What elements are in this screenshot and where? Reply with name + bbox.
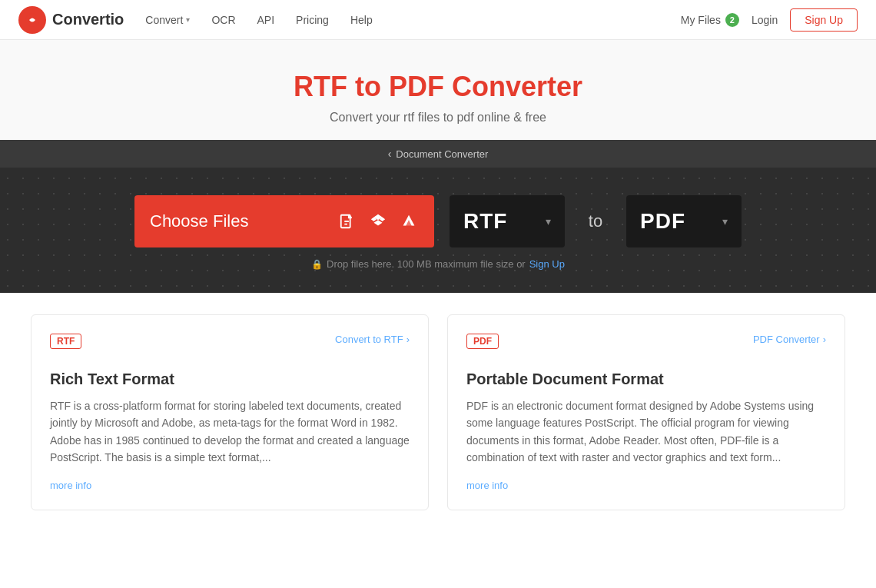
pdf-card-title: Portable Document Format <box>466 370 826 388</box>
hero-subtitle: Convert your rtf files to pdf online & f… <box>15 111 861 125</box>
nav-help[interactable]: Help <box>350 11 373 29</box>
pdf-card: PDF PDF Converter › Portable Document Fo… <box>447 314 845 510</box>
converter-body: Choose Files <box>0 168 876 293</box>
gdrive-icon <box>399 211 419 231</box>
cards-section: RTF Convert to RTF › Rich Text Format RT… <box>15 293 861 532</box>
login-button[interactable]: Login <box>752 14 778 26</box>
signup-button[interactable]: Sign Up <box>790 8 858 32</box>
to-format-label: PDF <box>640 209 685 234</box>
file-icon <box>337 211 357 231</box>
to-format-selector[interactable]: PDF ▾ <box>626 195 742 247</box>
my-files-button[interactable]: My Files 2 <box>681 13 739 27</box>
rtf-card: RTF Convert to RTF › Rich Text Format RT… <box>31 314 429 510</box>
logo-icon <box>18 6 46 34</box>
from-format-selector[interactable]: RTF ▾ <box>450 195 565 247</box>
pdf-converter-link[interactable]: PDF Converter › <box>753 334 826 345</box>
pdf-link-arrow-icon: › <box>823 334 826 345</box>
pdf-card-header: PDF PDF Converter › <box>466 334 826 360</box>
rtf-card-title: Rich Text Format <box>50 370 410 388</box>
logo[interactable]: Convertio <box>18 6 124 34</box>
rtf-more-info-link[interactable]: more info <box>50 480 91 491</box>
nav-pricing[interactable]: Pricing <box>296 11 329 29</box>
choose-files-icons <box>337 211 419 231</box>
nav-ocr[interactable]: OCR <box>211 11 235 29</box>
converter-panel: ‹ Document Converter Choose Files <box>0 140 876 293</box>
to-label: to <box>580 211 611 231</box>
from-format-label: RTF <box>463 209 507 234</box>
breadcrumb: Document Converter <box>396 148 488 160</box>
from-format-chevron-icon: ▾ <box>546 215 551 228</box>
breadcrumb-arrow-icon: ‹ <box>388 148 392 160</box>
choose-files-button[interactable]: Choose Files <box>134 195 434 247</box>
rtf-badge: RTF <box>50 334 81 349</box>
logo-text: Convertio <box>52 11 124 28</box>
rtf-link-arrow-icon: › <box>406 334 410 345</box>
my-files-badge: 2 <box>725 13 739 27</box>
dropzone-text: 🔒 Drop files here. 100 MB maximum file s… <box>311 258 565 270</box>
pdf-more-info-link[interactable]: more info <box>466 480 508 491</box>
convert-chevron-icon: ▾ <box>186 15 190 24</box>
hero-section: RTF to PDF Converter Convert your rtf fi… <box>0 40 876 140</box>
lock-icon: 🔒 <box>311 259 323 270</box>
dropzone-description: Drop files here. 100 MB maximum file siz… <box>327 258 526 270</box>
navbar: Convertio Convert ▾ OCR API Pricing Help… <box>0 0 876 40</box>
choose-files-label: Choose Files <box>150 211 248 231</box>
pdf-badge: PDF <box>466 334 499 349</box>
navbar-right: My Files 2 Login Sign Up <box>681 8 858 32</box>
rtf-card-description: RTF is a cross-platform format for stori… <box>50 397 410 467</box>
navbar-left: Convertio Convert ▾ OCR API Pricing Help <box>18 6 373 34</box>
rtf-card-header: RTF Convert to RTF › <box>50 334 410 360</box>
breadcrumb-bar: ‹ Document Converter <box>0 140 876 168</box>
dropzone-signup-link[interactable]: Sign Up <box>529 258 565 270</box>
convert-to-rtf-link[interactable]: Convert to RTF › <box>335 334 410 345</box>
to-format-chevron-icon: ▾ <box>722 215 728 228</box>
converter-row: Choose Files <box>46 195 830 247</box>
nav-convert[interactable]: Convert ▾ <box>145 11 190 29</box>
nav-api[interactable]: API <box>257 11 275 29</box>
dropbox-icon <box>368 211 388 231</box>
page-title: RTF to PDF Converter <box>15 71 861 103</box>
pdf-card-description: PDF is an electronic document format des… <box>466 397 826 467</box>
